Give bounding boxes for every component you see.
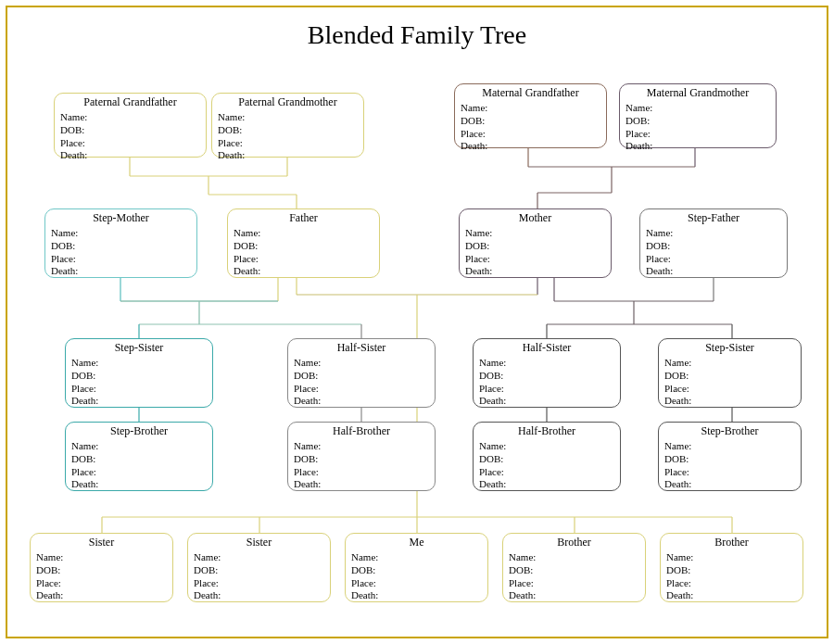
card-brother-2: Brother Name: DOB: Place: Death: [660,533,803,602]
field-death: Death: [194,589,324,602]
role-label: Father [234,211,373,225]
field-block: Name: DOB: Place: Death: [509,551,639,602]
role-label: Me [351,536,482,549]
field-place: Place: [664,466,795,479]
field-place: Place: [646,253,781,266]
field-dob: DOB: [479,370,614,383]
field-death: Death: [666,589,797,602]
field-death: Death: [294,395,429,408]
role-label: Sister [194,536,324,549]
field-dob: DOB: [351,564,482,577]
field-name: Name: [666,551,797,564]
card-brother-1: Brother Name: DOB: Place: Death: [502,533,646,602]
role-label: Half-Brother [479,424,614,438]
field-name: Name: [60,111,200,124]
field-place: Place: [71,383,207,396]
field-place: Place: [465,253,605,266]
card-me: Me Name: DOB: Place: Death: [345,533,488,602]
field-name: Name: [626,102,770,115]
field-place: Place: [218,137,358,150]
field-place: Place: [664,383,795,396]
field-block: Name: DOB: Place: Death: [479,357,614,408]
field-name: Name: [646,227,781,240]
field-place: Place: [194,577,324,590]
field-place: Place: [351,577,482,590]
field-dob: DOB: [664,453,795,466]
field-death: Death: [465,265,605,278]
field-death: Death: [71,478,207,491]
field-place: Place: [461,128,600,141]
field-death: Death: [664,478,795,491]
card-paternal-grandmother: Paternal Grandmother Name: DOB: Place: D… [211,93,364,158]
role-label: Step-Brother [664,424,795,438]
field-death: Death: [351,589,482,602]
field-name: Name: [71,357,207,370]
field-dob: DOB: [234,240,373,253]
field-dob: DOB: [465,240,605,253]
field-block: Name: DOB: Place: Death: [646,227,781,278]
field-block: Name: DOB: Place: Death: [664,357,795,408]
field-place: Place: [294,466,429,479]
role-label: Half-Sister [294,341,429,355]
card-step-brother-right: Step-Brother Name: DOB: Place: Death: [658,422,802,491]
field-block: Name: DOB: Place: Death: [465,227,605,278]
field-place: Place: [509,577,639,590]
card-step-mother: Step-Mother Name: DOB: Place: Death: [44,208,197,278]
field-dob: DOB: [626,115,770,128]
field-name: Name: [36,551,167,564]
field-block: Name: DOB: Place: Death: [461,102,600,153]
field-death: Death: [36,589,167,602]
field-place: Place: [51,253,191,266]
card-sister-2: Sister Name: DOB: Place: Death: [187,533,331,602]
field-block: Name: DOB: Place: Death: [36,551,167,602]
field-death: Death: [479,395,614,408]
field-dob: DOB: [294,370,429,383]
field-block: Name: DOB: Place: Death: [351,551,482,602]
card-father: Father Name: DOB: Place: Death: [227,208,380,278]
role-label: Step-Sister [71,341,207,355]
field-dob: DOB: [218,124,358,137]
card-step-father: Step-Father Name: DOB: Place: Death: [639,208,788,278]
field-block: Name: DOB: Place: Death: [234,227,373,278]
card-maternal-grandmother: Maternal Grandmother Name: DOB: Place: D… [619,83,777,148]
field-place: Place: [294,383,429,396]
role-label: Half-Brother [294,424,429,438]
field-name: Name: [294,357,429,370]
field-death: Death: [71,395,207,408]
field-place: Place: [60,137,200,150]
field-death: Death: [51,265,191,278]
field-block: Name: DOB: Place: Death: [294,440,429,491]
field-dob: DOB: [461,115,600,128]
card-half-sister-right: Half-Sister Name: DOB: Place: Death: [473,338,621,408]
role-label: Step-Sister [664,341,795,355]
field-name: Name: [234,227,373,240]
field-place: Place: [71,466,207,479]
card-step-sister-left: Step-Sister Name: DOB: Place: Death: [65,338,213,408]
card-half-brother-left: Half-Brother Name: DOB: Place: Death: [287,422,436,491]
field-block: Name: DOB: Place: Death: [626,102,770,153]
field-block: Name: DOB: Place: Death: [51,227,191,278]
field-block: Name: DOB: Place: Death: [71,357,207,408]
field-block: Name: DOB: Place: Death: [666,551,797,602]
field-place: Place: [626,128,770,141]
field-dob: DOB: [51,240,191,253]
page-title: Blended Family Tree [0,20,834,50]
card-sister-1: Sister Name: DOB: Place: Death: [30,533,173,602]
field-death: Death: [218,149,358,162]
field-name: Name: [664,357,795,370]
field-death: Death: [60,149,200,162]
field-dob: DOB: [71,453,207,466]
field-death: Death: [461,140,600,153]
role-label: Mother [465,211,605,225]
field-death: Death: [234,265,373,278]
field-place: Place: [479,383,614,396]
card-half-brother-right: Half-Brother Name: DOB: Place: Death: [473,422,621,491]
field-dob: DOB: [479,453,614,466]
field-place: Place: [666,577,797,590]
role-label: Brother [666,536,797,549]
field-death: Death: [646,265,781,278]
field-name: Name: [509,551,639,564]
role-label: Step-Brother [71,424,207,438]
field-name: Name: [664,440,795,453]
field-dob: DOB: [71,370,207,383]
